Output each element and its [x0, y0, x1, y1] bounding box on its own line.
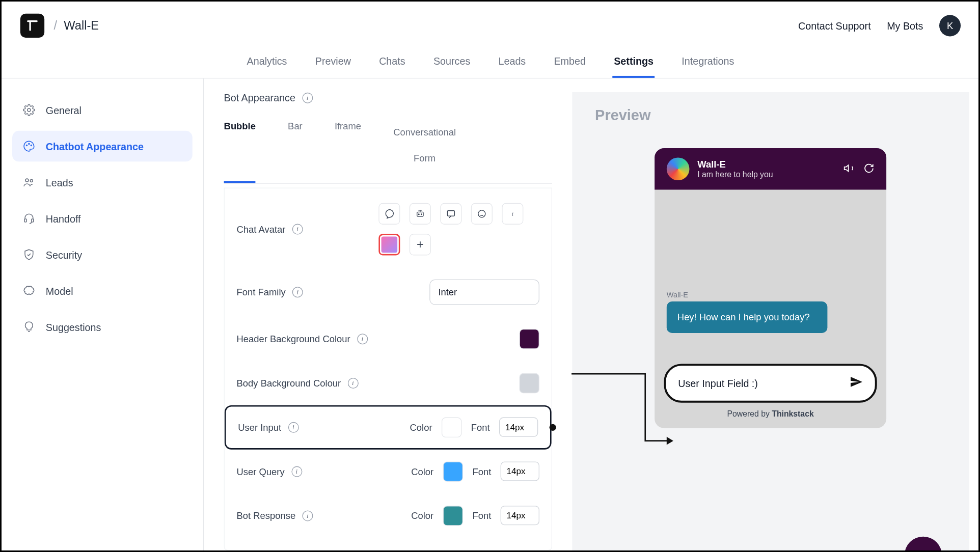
info-icon[interactable]: i — [357, 334, 368, 344]
user-input-label: User Input — [238, 422, 281, 433]
body-bg-swatch[interactable] — [519, 373, 539, 393]
svg-point-10 — [421, 214, 422, 215]
svg-rect-6 — [24, 219, 26, 222]
bot-response-color-swatch[interactable] — [443, 506, 463, 526]
annotation-dot — [550, 424, 556, 430]
svg-rect-8 — [417, 212, 423, 216]
avatar-option-selected[interactable] — [378, 234, 400, 255]
info-icon[interactable]: i — [291, 466, 302, 477]
subtab-bubble[interactable]: Bubble — [224, 114, 256, 183]
powered-prefix: Powered by — [727, 409, 772, 419]
avatar-choices: i + — [378, 203, 539, 256]
subtab-cf-line2: Form — [393, 147, 456, 174]
breadcrumb-bot-name[interactable]: Wall-E — [64, 19, 99, 33]
avatar-option-support-icon[interactable] — [471, 203, 493, 225]
user-input-font-field[interactable] — [499, 418, 538, 437]
chat-body: Wall-E Hey! How can I help you today? — [655, 190, 886, 344]
svg-point-4 — [25, 179, 29, 182]
header-bg-swatch[interactable] — [519, 329, 539, 349]
subtab-iframe[interactable]: Iframe — [335, 114, 361, 183]
appearance-subtabs: Bubble Bar Iframe Conversational Form — [224, 114, 552, 183]
sidebar-item-label: Leads — [46, 177, 73, 188]
powered-brand: Thinkstack — [772, 409, 813, 419]
avatar-option-chat-icon[interactable] — [378, 203, 400, 225]
contact-support-link[interactable]: Contact Support — [798, 20, 871, 31]
sidebar-item-leads[interactable]: Leads — [12, 167, 193, 198]
subtab-bar[interactable]: Bar — [288, 114, 303, 183]
refresh-icon[interactable] — [863, 162, 874, 175]
svg-rect-7 — [32, 219, 34, 222]
row-user-query: User Query i Color Font — [225, 449, 552, 493]
user-avatar[interactable]: K — [939, 15, 961, 36]
sidebar-item-suggestions[interactable]: Suggestions — [12, 312, 193, 342]
main-nav: Analytics Preview Chats Sources Leads Em… — [2, 50, 979, 79]
avatar-option-info-icon[interactable]: i — [502, 203, 523, 225]
nav-embed[interactable]: Embed — [553, 50, 587, 78]
svg-point-1 — [26, 145, 27, 146]
sidebar-item-handoff[interactable]: Handoff — [12, 203, 193, 234]
chat-input-text: User Input Field :) — [678, 377, 758, 389]
user-query-font-field[interactable] — [501, 462, 539, 481]
user-input-color-swatch[interactable] — [442, 417, 461, 437]
svg-point-12 — [478, 210, 485, 217]
bot-response-font-field[interactable] — [501, 506, 539, 526]
chat-widget: Wall-E I am here to help you Wall-E Hey!… — [655, 148, 886, 428]
svg-point-2 — [29, 144, 30, 145]
nav-leads[interactable]: Leads — [497, 50, 527, 78]
font-label: Font — [471, 422, 490, 433]
nav-sources[interactable]: Sources — [432, 50, 472, 78]
preview-panel: Preview Wall-E I am here to help you — [572, 92, 968, 552]
info-icon[interactable]: i — [347, 378, 358, 389]
sidebar-item-label: Model — [46, 285, 73, 296]
chat-footer: Powered by Thinkstack — [655, 409, 886, 419]
nav-settings[interactable]: Settings — [613, 50, 655, 78]
shield-icon — [21, 247, 36, 262]
nav-analytics[interactable]: Analytics — [246, 50, 288, 78]
gear-icon — [21, 103, 36, 118]
chat-avatar — [667, 157, 690, 180]
breadcrumb: / Wall-E — [54, 19, 99, 33]
font-label: Font — [472, 466, 491, 477]
svg-point-9 — [418, 214, 419, 215]
chat-fab[interactable] — [905, 536, 942, 552]
sidebar-item-label: Handoff — [46, 213, 81, 224]
font-family-label: Font Family — [237, 287, 286, 297]
sidebar-item-appearance[interactable]: Chatbot Appearance — [12, 131, 193, 161]
avatar-option-robot-icon[interactable] — [410, 203, 431, 225]
info-icon[interactable]: i — [288, 422, 298, 433]
sound-icon[interactable] — [843, 162, 854, 175]
nav-chats[interactable]: Chats — [377, 50, 406, 78]
nav-integrations[interactable]: Integrations — [680, 50, 736, 78]
svg-rect-11 — [447, 210, 454, 216]
sidebar-item-label: Suggestions — [46, 321, 101, 333]
avatar-add-button[interactable]: + — [410, 234, 431, 255]
user-query-color-swatch[interactable] — [443, 461, 463, 481]
info-icon[interactable]: i — [302, 510, 313, 521]
color-label: Color — [411, 510, 433, 521]
nav-preview[interactable]: Preview — [314, 50, 352, 78]
subtab-conversational-form[interactable]: Conversational Form — [393, 114, 456, 183]
font-label: Font — [472, 510, 491, 521]
chat-bot-bubble: Hey! How can I help you today? — [667, 301, 828, 333]
avatar-option-message-icon[interactable] — [440, 203, 461, 225]
chat-header: Wall-E I am here to help you — [655, 148, 886, 190]
chat-subtitle: I am here to help you — [697, 170, 773, 179]
info-icon[interactable]: i — [292, 224, 303, 234]
app-logo[interactable] — [20, 14, 44, 38]
row-body-bg: Body Background Colour i — [225, 361, 552, 405]
sidebar-item-label: General — [46, 104, 81, 116]
send-icon[interactable] — [850, 375, 863, 392]
info-icon[interactable]: i — [302, 92, 313, 103]
color-label: Color — [411, 466, 433, 477]
my-bots-link[interactable]: My Bots — [887, 20, 923, 31]
sidebar-item-general[interactable]: General — [12, 95, 193, 125]
font-family-input[interactable] — [429, 279, 539, 305]
lightbulb-icon — [21, 320, 36, 335]
info-icon[interactable]: i — [292, 287, 303, 297]
bot-response-label: Bot Response — [237, 510, 296, 521]
body-bg-label: Body Background Colour — [237, 378, 341, 389]
sidebar-item-security[interactable]: Security — [12, 239, 193, 270]
sidebar-item-model[interactable]: Model — [12, 275, 193, 306]
svg-point-0 — [28, 108, 31, 112]
chat-input[interactable]: User Input Field :) — [664, 364, 877, 402]
